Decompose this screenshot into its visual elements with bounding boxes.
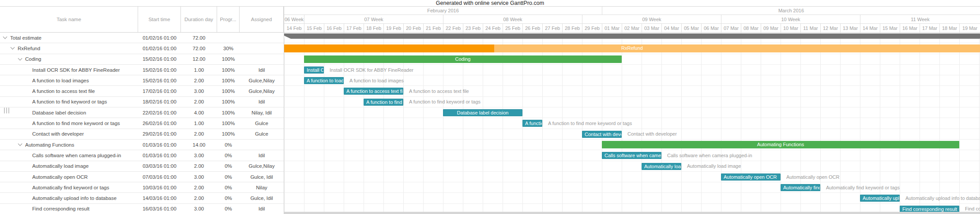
start-cell[interactable]: 15/02/16 01:00 — [138, 65, 181, 75]
gantt-bar-green[interactable]: Automating Functions — [602, 141, 959, 148]
assigned-cell[interactable]: Idil — [240, 97, 284, 107]
duration-cell[interactable]: 3.00 — [181, 150, 217, 160]
assigned-cell[interactable]: Nilay — [240, 182, 284, 192]
collapse-caret-icon[interactable] — [3, 35, 8, 39]
start-cell[interactable]: 26/02/16 01:00 — [138, 118, 181, 128]
task-name-cell[interactable]: A function to access text file — [0, 86, 138, 96]
progress-cell[interactable]: 0% — [217, 193, 240, 203]
progress-cell[interactable]: 100% — [217, 86, 240, 96]
duration-cell[interactable]: 12.00 — [181, 54, 217, 64]
collapse-caret-icon[interactable] — [11, 45, 15, 50]
start-cell[interactable]: 01/02/16 01:00 — [138, 43, 181, 53]
start-cell[interactable]: 15/02/16 01:00 — [138, 75, 181, 85]
progress-cell[interactable] — [217, 33, 240, 43]
task-name-cell[interactable]: Automatically find keyword or tags — [0, 182, 138, 192]
start-cell[interactable]: 16/03/16 01:00 — [138, 204, 181, 214]
progress-cell[interactable]: 0% — [217, 140, 240, 150]
progress-cell[interactable]: 100% — [217, 118, 240, 128]
column-header-duration-day[interactable]: Duration day — [181, 7, 217, 32]
column-header-progr-[interactable]: Progr... — [217, 7, 240, 32]
start-cell[interactable]: 01/03/16 01:00 — [138, 150, 181, 160]
duration-cell[interactable]: 72.00 — [181, 33, 217, 43]
duration-cell[interactable]: 2.00 — [181, 97, 217, 107]
duration-cell[interactable]: 3.00 — [181, 172, 217, 182]
gantt-bar-teal[interactable]: A function to find more keyword or tags — [522, 120, 542, 127]
progress-cell[interactable]: 0% — [217, 182, 240, 192]
gantt-bar-teal[interactable]: Automatically open OCR — [721, 173, 781, 181]
task-name-cell[interactable]: Automatically upload info to database — [0, 193, 138, 203]
duration-cell[interactable]: 3.00 — [181, 204, 217, 214]
assigned-cell[interactable] — [240, 140, 284, 150]
task-name-cell[interactable]: Install OCR SDK for ABBY FineReader — [0, 65, 138, 75]
gantt-bar-teal[interactable]: Calls software when camera plugged-in — [602, 152, 661, 159]
column-header-assigned[interactable]: Assigned — [240, 7, 284, 32]
duration-cell[interactable]: 14.00 — [181, 140, 217, 150]
start-cell[interactable]: 17/02/16 01:00 — [138, 86, 181, 96]
gantt-bar-teal[interactable]: Install OCR SDK for ABBY FineReader — [304, 66, 324, 74]
gantt-bar-total[interactable] — [284, 33, 980, 39]
gantt-bar-teal[interactable]: Find corresponding result — [900, 206, 959, 213]
progress-cell[interactable]: 100% — [217, 65, 240, 75]
gantt-bar-green[interactable]: Coding — [304, 55, 622, 63]
duration-cell[interactable]: 2.00 — [181, 182, 217, 192]
start-cell[interactable]: 10/03/16 01:00 — [138, 182, 181, 192]
task-name-cell[interactable]: Calls software when camera plugged-in — [0, 150, 138, 160]
progress-cell[interactable]: 100% — [217, 54, 240, 64]
gantt-bar-teal[interactable]: Automatically load image — [642, 163, 681, 170]
gantt-bar-teal[interactable]: Contact with developer — [582, 131, 622, 138]
progress-cell[interactable]: 30% — [217, 43, 240, 53]
task-name-cell[interactable]: Database label decision — [0, 107, 138, 118]
task-name-cell[interactable]: A function to find more keyword or tags — [0, 118, 138, 128]
progress-cell[interactable]: 100% — [217, 75, 240, 85]
task-name-cell[interactable]: Automatically open OCR — [0, 172, 138, 182]
task-name-cell[interactable]: Automating Functions — [0, 140, 138, 150]
duration-cell[interactable]: 2.00 — [181, 161, 217, 171]
task-name-cell[interactable]: Find corresponding result — [0, 204, 138, 214]
column-grip-icon[interactable] — [4, 107, 9, 113]
task-name-cell[interactable]: Automatically load image — [0, 161, 138, 171]
task-name-cell[interactable]: RxRefund — [0, 43, 138, 53]
start-cell[interactable]: 18/02/16 01:00 — [138, 97, 181, 107]
progress-cell[interactable]: 0% — [217, 150, 240, 160]
start-cell[interactable]: 15/02/16 01:00 — [138, 54, 181, 64]
gantt-bar-orange[interactable]: RxRefund — [284, 44, 980, 52]
assigned-cell[interactable]: Gulce,Nilay — [240, 86, 284, 96]
progress-cell[interactable]: 0% — [217, 161, 240, 171]
start-cell[interactable]: 01/02/16 01:00 — [138, 33, 181, 43]
assigned-cell[interactable]: Gulce,Nilay — [240, 75, 284, 85]
duration-cell[interactable]: 2.00 — [181, 193, 217, 203]
assigned-cell[interactable]: Nilay, Idil — [240, 107, 284, 118]
gantt-bar-teal[interactable]: A function to find keyword or tags — [364, 99, 403, 106]
duration-cell[interactable]: 2.00 — [181, 75, 217, 85]
assigned-cell[interactable]: Idil — [240, 150, 284, 160]
duration-cell[interactable]: 72.00 — [181, 43, 217, 53]
collapse-caret-icon[interactable] — [18, 142, 23, 146]
start-cell[interactable]: 01/03/16 01:00 — [138, 140, 181, 150]
progress-cell[interactable]: 0% — [217, 172, 240, 182]
assigned-cell[interactable]: Gulce — [240, 118, 284, 128]
column-header-start-time[interactable]: Start time — [138, 7, 181, 32]
start-cell[interactable]: 03/03/16 01:00 — [138, 161, 181, 171]
task-name-cell[interactable]: Total estimate — [0, 33, 138, 43]
progress-cell[interactable]: 100% — [217, 107, 240, 118]
duration-cell[interactable]: 3.00 — [181, 86, 217, 96]
start-cell[interactable]: 07/03/16 01:00 — [138, 172, 181, 182]
duration-cell[interactable]: 2.00 — [181, 129, 217, 139]
progress-cell[interactable]: 100% — [217, 97, 240, 107]
progress-cell[interactable]: 0% — [217, 204, 240, 214]
assigned-cell[interactable] — [240, 54, 284, 64]
progress-cell[interactable]: 100% — [217, 129, 240, 139]
task-name-cell[interactable]: Coding — [0, 54, 138, 64]
duration-cell[interactable]: 4.00 — [181, 107, 217, 118]
assigned-cell[interactable] — [240, 33, 284, 43]
gantt-bar-teal[interactable]: A function to access text file — [344, 88, 403, 95]
assigned-cell[interactable]: Gulce, Idil — [240, 172, 284, 182]
start-cell[interactable]: 29/02/16 01:00 — [138, 129, 181, 139]
gantt-bar-teal[interactable]: Database label decision — [443, 109, 522, 116]
assigned-cell[interactable]: Idil — [240, 65, 284, 75]
assigned-cell[interactable]: Gulce, Idil — [240, 193, 284, 203]
assigned-cell[interactable]: Gulce,Nilay — [240, 161, 284, 171]
assigned-cell[interactable]: Idil — [240, 204, 284, 214]
column-header-task-name[interactable]: Task name — [0, 7, 138, 32]
task-name-cell[interactable]: Contact with developer — [0, 129, 138, 139]
